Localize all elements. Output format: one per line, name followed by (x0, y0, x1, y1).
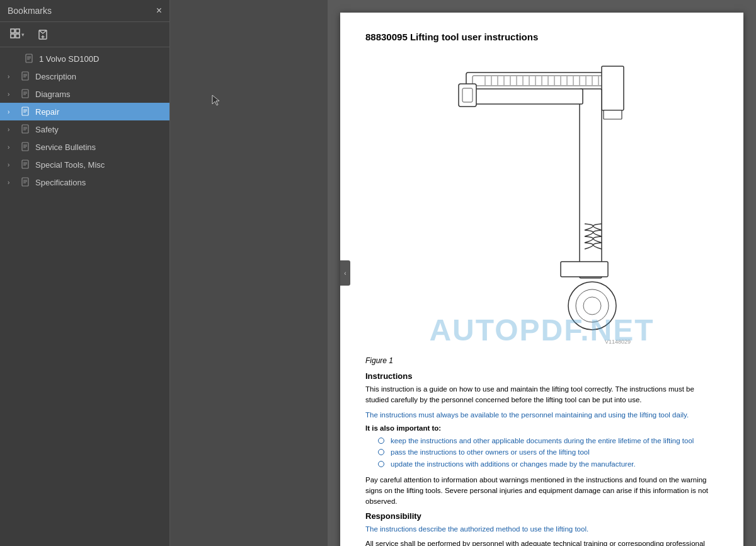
chevron-icon: › (8, 91, 16, 98)
sidebar-item-description[interactable]: › Description (0, 67, 169, 85)
instructions-paragraph-1: This instruction is a guide on how to us… (365, 384, 718, 406)
svg-rect-2 (11, 34, 14, 38)
pdf-page-title: 88830095 Lifting tool user instructions (365, 32, 718, 42)
grid-icon (10, 28, 20, 40)
svg-text:V1148029: V1148029 (605, 339, 631, 345)
grid-view-button[interactable]: ▾ (6, 26, 28, 43)
responsibility-section-title: Responsibility (365, 511, 718, 521)
responsibility-paragraph-2: All service shall be performed by person… (365, 538, 718, 546)
sidebar-item-label-specifications: Specifications (35, 178, 164, 187)
sidebar-item-repair[interactable]: › Repair (0, 103, 169, 120)
instructions-section-title: Instructions (365, 371, 718, 381)
figure-image: V1148029 (365, 54, 718, 350)
bullet-item-2: pass the instructions to other owners or… (378, 446, 718, 458)
sidebar-item-service-bulletins[interactable]: › Service Bulletins (0, 138, 169, 156)
bullet-circle-icon (378, 449, 384, 455)
sidebar-item-label-service-bulletins: Service Bulletins (35, 142, 164, 152)
svg-rect-0 (11, 29, 14, 33)
sidebar-item-label-volvo: 1 Volvo SD100D (39, 54, 164, 64)
bullet-item-3: update the instructions with additions o… (378, 458, 718, 470)
svg-rect-3 (16, 34, 20, 38)
page-icon (24, 54, 35, 64)
svg-rect-62 (580, 89, 602, 278)
bookmark-new-button[interactable] (33, 26, 52, 43)
page-icon (20, 107, 32, 117)
bookmarks-toolbar: ▾ (0, 22, 169, 47)
instructions-paragraph-3: It is also important to: (365, 424, 718, 432)
cursor-pointer (211, 94, 221, 107)
pdf-page: AUTOPDF.NET 88830095 Lifting tool user i… (340, 13, 743, 546)
chevron-icon: › (8, 179, 16, 186)
chevron-icon: › (8, 73, 16, 80)
chevron-icon: › (8, 126, 16, 133)
bullet-circle-icon (378, 461, 384, 467)
chevron-icon: › (8, 144, 16, 151)
sidebar-item-specifications[interactable]: › Specifications (0, 173, 169, 191)
svg-rect-65 (462, 88, 472, 102)
sidebar-item-safety[interactable]: › Safety (0, 120, 169, 138)
page-icon (20, 177, 32, 187)
chevron-icon: › (8, 108, 16, 115)
collapse-panel-button[interactable]: ‹ (340, 260, 350, 286)
instructions-paragraph-4: Pay careful attention to information abo… (365, 475, 718, 508)
bullet-circle-icon (378, 438, 384, 444)
pdf-content-area: AUTOPDF.NET 88830095 Lifting tool user i… (328, 0, 756, 546)
bookmarks-title: Bookmarks (8, 6, 52, 16)
sidebar-item-special-tools[interactable]: › Special Tools, Misc (0, 156, 169, 173)
bullet-item-1: keep the instructions and other applicab… (378, 435, 718, 446)
sidebar-item-label-special-tools: Special Tools, Misc (35, 160, 164, 170)
lifting-tool-diagram: V1148029 (441, 54, 643, 350)
svg-rect-60 (602, 66, 624, 110)
bookmarks-tree: 1 Volvo SD100D › Description › (0, 47, 169, 546)
svg-point-69 (583, 297, 601, 315)
page-icon (20, 160, 32, 170)
svg-rect-1 (16, 29, 20, 33)
page-icon (20, 89, 32, 99)
instructions-bullet-list: keep the instructions and other applicab… (378, 435, 718, 470)
page-icon (20, 124, 32, 134)
sidebar-item-label-description: Description (35, 72, 164, 81)
svg-rect-66 (561, 262, 608, 277)
close-button[interactable]: × (156, 5, 162, 16)
sidebar-item-label-diagrams: Diagrams (35, 90, 164, 99)
sidebar-item-volvo[interactable]: 1 Volvo SD100D (0, 50, 169, 67)
instructions-paragraph-2: The instructions must always be availabl… (365, 410, 718, 421)
bookmarks-header: Bookmarks × (0, 0, 169, 22)
sidebar-item-label-safety: Safety (35, 125, 164, 134)
svg-rect-63 (466, 89, 583, 104)
sidebar-item-diagrams[interactable]: › Diagrams (0, 85, 169, 103)
chevron-down-icon: ▾ (21, 32, 25, 38)
svg-rect-61 (604, 110, 622, 119)
responsibility-paragraph-1: The instructions describe the authorized… (365, 524, 718, 535)
sidebar-item-label-repair: Repair (35, 107, 164, 117)
bookmarks-panel: Bookmarks × ▾ (0, 0, 170, 546)
page-icon (20, 71, 32, 81)
page-icon (20, 142, 32, 152)
figure-label: Figure 1 (365, 356, 718, 365)
chevron-icon: › (8, 161, 16, 168)
